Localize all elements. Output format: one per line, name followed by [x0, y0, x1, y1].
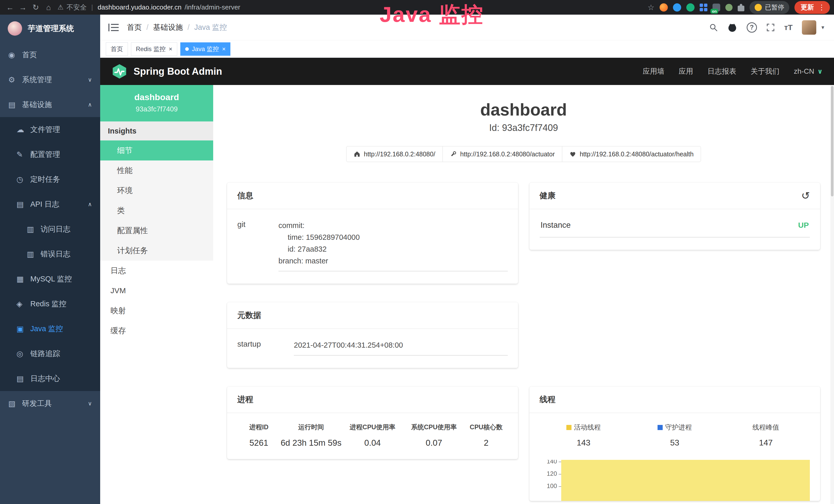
- threads-legend: 活动线程 143 守护进程 53 线程峰值 14: [538, 423, 812, 448]
- sba-instance-name: dashboard: [105, 92, 208, 102]
- sidebar-item-redis-monitor[interactable]: ◈ Redis 监控: [0, 292, 100, 316]
- sba-nav-journal[interactable]: 日志报表: [708, 67, 737, 76]
- sba-root-list: 日志 JVM 映射 缓存: [100, 260, 213, 341]
- language-selector[interactable]: zh-CN ∨: [794, 67, 823, 75]
- sba-instance-header[interactable]: dashboard 93a3fc7f7409: [100, 85, 213, 121]
- avatar-caret-icon[interactable]: ▾: [821, 24, 824, 31]
- sidebar-item-scheduled-tasks[interactable]: ◷ 定时任务: [0, 167, 100, 192]
- process-column: 进程CPU使用率 0.04: [342, 423, 403, 448]
- forward-button[interactable]: →: [17, 2, 29, 13]
- breadcrumb-infrastructure[interactable]: 基础设施: [153, 22, 183, 32]
- threads-chart: 140 120 100: [538, 460, 812, 501]
- browser-menu-icon[interactable]: ⋮: [818, 3, 825, 12]
- sidebar-item-error-logs[interactable]: ▥ 错误日志: [0, 242, 100, 267]
- profile-avatar-icon: [755, 4, 762, 11]
- sba-item-loggers[interactable]: 日志: [100, 260, 213, 281]
- service-url-link[interactable]: http://192.168.0.2:48080/: [346, 146, 443, 162]
- tab-java-monitor[interactable]: Java 监控 ×: [180, 42, 231, 56]
- font-size-icon[interactable]: тT: [784, 23, 793, 32]
- sidebar-collapse-icon[interactable]: [100, 15, 127, 40]
- sidebar-item-file-management[interactable]: ☁ 文件管理: [0, 117, 100, 142]
- sidebar-item-log-center[interactable]: ▤ 日志中心: [0, 366, 100, 391]
- vertical-scrollbar[interactable]: [830, 85, 834, 504]
- header-actions: ? тT ▾: [709, 20, 824, 35]
- threads-chart-plot: [561, 460, 812, 501]
- sidebar-item-api-logs[interactable]: ▤ API 日志 ∧: [0, 192, 100, 217]
- database-icon: ▦: [17, 274, 30, 283]
- profile-paused-pill[interactable]: 已暂停: [749, 1, 789, 14]
- address-bar[interactable]: ⚠ 不安全 | dashboard.yudao.iocoder.cn/infra…: [58, 3, 646, 12]
- sba-item-config-props[interactable]: 配置属性: [100, 221, 213, 240]
- help-icon[interactable]: ?: [747, 22, 757, 32]
- sba-nav-wallboard[interactable]: 应用墙: [643, 67, 664, 76]
- sba-item-caches[interactable]: 缓存: [100, 321, 213, 341]
- process-card: 进程 进程ID 5261 运行时间: [227, 386, 518, 459]
- sba-nav-applications[interactable]: 应用: [679, 67, 693, 76]
- log-file-icon: ▥: [27, 250, 41, 258]
- legend-swatch-yellow: [566, 425, 571, 430]
- extension-icon-orange[interactable]: [660, 3, 668, 12]
- sidebar-item-java-monitor[interactable]: ▣ Java 监控: [0, 316, 100, 341]
- chevron-down-icon: ∨: [88, 400, 92, 407]
- app-logo[interactable]: 芋道管理系统: [0, 15, 100, 42]
- search-icon[interactable]: [709, 23, 718, 32]
- fullscreen-icon[interactable]: [766, 23, 775, 32]
- breadcrumb-home[interactable]: 首页: [127, 22, 142, 32]
- sidebar-item-dev-tools[interactable]: ▧ 研发工具 ∨: [0, 391, 100, 416]
- user-avatar[interactable]: [802, 20, 816, 35]
- sidebar-item-link-tracing[interactable]: ◎ 链路追踪: [0, 341, 100, 366]
- sba-item-mappings[interactable]: 映射: [100, 301, 213, 321]
- metadata-value: 2021-04-27T00:44:31.254+08:00: [294, 339, 508, 356]
- logo-avatar: [8, 21, 22, 36]
- sba-item-jvm[interactable]: JVM: [100, 281, 213, 301]
- history-icon[interactable]: ↺: [801, 190, 810, 201]
- instance-title: dashboard: [213, 100, 834, 119]
- extension-icon-blue[interactable]: [673, 3, 681, 12]
- github-icon[interactable]: [727, 22, 738, 32]
- sidebar-item-infrastructure[interactable]: ▤ 基础设施 ∧: [0, 92, 100, 117]
- browser-update-button[interactable]: 更新 ⋮: [794, 1, 830, 14]
- extension-icon-green[interactable]: [686, 3, 695, 12]
- sidebar-item-mysql-monitor[interactable]: ▦ MySQL 监控: [0, 267, 100, 292]
- back-button[interactable]: ←: [4, 2, 16, 13]
- process-table: 进程ID 5261 运行时间 6d 23h 15m 59s 进程CPU使用率: [237, 423, 508, 448]
- sba-item-details[interactable]: 细节: [100, 140, 213, 160]
- sidebar-item-system-management[interactable]: ⚙ 系统管理 ∨: [0, 67, 100, 92]
- cloud-icon: ☁: [17, 125, 30, 134]
- sidebar-item-access-logs[interactable]: ▥ 访问日志: [0, 217, 100, 242]
- breadcrumb-separator: /: [188, 23, 190, 31]
- sidebar-item-config-management[interactable]: ✎ 配置管理: [0, 142, 100, 167]
- extension-icon-switch[interactable]: on: [712, 4, 720, 11]
- sidebar-item-home[interactable]: ◉ 首页: [0, 42, 100, 67]
- sba-sidebar: dashboard 93a3fc7f7409 Insights 细节 性能 环境…: [100, 85, 213, 504]
- health-card-title: 健康: [540, 190, 555, 201]
- sba-item-beans[interactable]: 类: [100, 201, 213, 221]
- reload-button[interactable]: ↻: [30, 2, 42, 13]
- sba-item-metrics[interactable]: 性能: [100, 160, 213, 181]
- process-column: 运行时间 6d 23h 15m 59s: [280, 423, 342, 448]
- spring-boot-admin-logo: [111, 63, 127, 79]
- close-icon[interactable]: ×: [169, 45, 172, 53]
- url-path: /infra/admin-server: [185, 3, 240, 11]
- tab-redis-monitor[interactable]: Redis 监控 ×: [131, 42, 177, 56]
- tab-home[interactable]: 首页: [106, 42, 128, 56]
- browser-home-button[interactable]: ⌂: [43, 2, 54, 13]
- sba-nav-about[interactable]: 关于我们: [751, 67, 780, 76]
- extension-icon-misc[interactable]: [725, 4, 732, 11]
- close-icon[interactable]: ×: [222, 45, 225, 53]
- omnibox-divider: |: [91, 3, 93, 11]
- info-key: git: [237, 220, 279, 271]
- document-icon: ▤: [17, 200, 30, 209]
- process-card-title: 进程: [237, 394, 253, 405]
- sba-brand[interactable]: Spring Boot Admin: [111, 63, 222, 79]
- wrench-icon: [450, 151, 457, 157]
- actuator-url-link[interactable]: http://192.168.0.2:48080/actuator: [443, 146, 562, 162]
- extension-icon-grid[interactable]: [700, 4, 707, 11]
- sba-item-scheduled-tasks[interactable]: 计划任务: [100, 240, 213, 260]
- scrollbar-thumb[interactable]: [831, 86, 833, 197]
- extensions-puzzle-icon[interactable]: [738, 6, 744, 11]
- health-url-link[interactable]: http://192.168.0.2:48080/actuator/health: [562, 146, 701, 162]
- sba-item-environment[interactable]: 环境: [100, 181, 213, 201]
- metadata-card: 元数据 startup 2021-04-27T00:44:31.254+08:0…: [227, 302, 518, 368]
- bookmark-star-icon[interactable]: ☆: [648, 3, 655, 12]
